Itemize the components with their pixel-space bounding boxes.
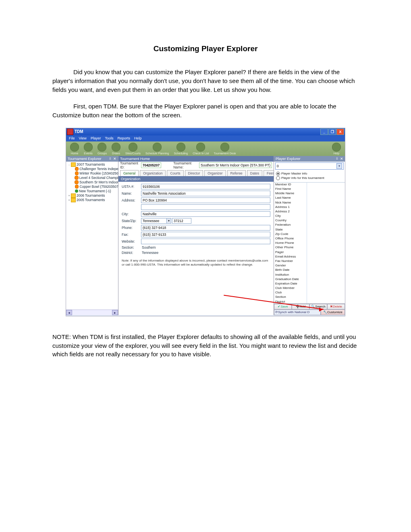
toolbar-groups[interactable]: Groups bbox=[98, 143, 107, 155]
field-row[interactable]: Fax Number bbox=[274, 259, 345, 264]
field-row[interactable]: State bbox=[274, 228, 345, 232]
field-value[interactable] bbox=[307, 273, 345, 277]
field-row[interactable]: Office Phone bbox=[274, 237, 345, 241]
field-value[interactable] bbox=[307, 214, 345, 218]
tree-item[interactable]: Level 4 Sectional Champior bbox=[67, 176, 118, 180]
tab-organizer[interactable]: Organizer bbox=[204, 170, 226, 176]
field-value[interactable] bbox=[307, 268, 345, 272]
field-value[interactable] bbox=[307, 191, 345, 196]
field-value[interactable] bbox=[307, 259, 345, 264]
tree-item[interactable]: Copper Bowl (759203507) bbox=[67, 185, 118, 189]
field-row[interactable]: Last Name bbox=[274, 196, 345, 200]
field-value[interactable] bbox=[307, 255, 345, 259]
field-value[interactable] bbox=[307, 237, 345, 241]
field-value[interactable] bbox=[307, 187, 345, 191]
tree-item[interactable]: Winter Rookie (153402507 bbox=[67, 171, 118, 176]
minimize-button[interactable]: _ bbox=[320, 129, 328, 135]
field-row[interactable]: Address 1 bbox=[274, 205, 345, 210]
field-row[interactable]: Middle Name bbox=[274, 191, 345, 196]
menu-file[interactable]: File bbox=[67, 135, 77, 141]
tab-referee[interactable]: Referee bbox=[227, 170, 246, 176]
field-row[interactable]: Federation bbox=[274, 223, 345, 227]
city-input[interactable]: Nashville bbox=[141, 211, 270, 217]
scroll-right-icon[interactable]: ▶ bbox=[112, 310, 118, 315]
field-row[interactable]: Gender bbox=[274, 264, 345, 268]
toolbar-events[interactable]: Events bbox=[84, 143, 93, 155]
toolbar-sites[interactable]: Sites/Courts bbox=[125, 143, 141, 155]
maximize-button[interactable]: ❐ bbox=[328, 129, 336, 135]
field-value[interactable] bbox=[307, 205, 345, 210]
pin-icon[interactable]: ⇩ bbox=[336, 157, 338, 160]
menu-view[interactable]: View bbox=[77, 135, 89, 141]
toolbar-help[interactable]: Help bbox=[332, 143, 341, 155]
radio-tournament-info[interactable]: Player info for this tournament bbox=[276, 176, 343, 180]
scroll-left-icon[interactable]: ◀ bbox=[66, 310, 72, 315]
field-row[interactable]: Expiration Date bbox=[274, 282, 345, 286]
menu-player[interactable]: Player bbox=[89, 135, 103, 141]
field-value[interactable] bbox=[307, 218, 345, 223]
field-value[interactable] bbox=[307, 210, 345, 214]
tournament-tree[interactable]: -2007 TournamentsChallenger Tennis Indep… bbox=[66, 162, 118, 310]
toolbar-desk[interactable]: Tournament Desk bbox=[214, 143, 236, 155]
tree-item[interactable]: Southern Sr Men's Indoor ( bbox=[67, 180, 118, 185]
tab-organization[interactable]: Organization bbox=[140, 170, 166, 176]
field-row[interactable]: Club Member bbox=[274, 286, 345, 291]
customize-button[interactable]: 🔧 Customize bbox=[321, 310, 345, 315]
tree-item[interactable]: -2007 Tournaments bbox=[67, 162, 118, 167]
field-value[interactable] bbox=[307, 295, 345, 299]
field-value[interactable] bbox=[307, 277, 345, 282]
field-row[interactable]: Email Address bbox=[274, 255, 345, 259]
pin-icon[interactable]: ⇩ bbox=[109, 157, 112, 160]
field-value[interactable] bbox=[307, 241, 345, 245]
field-row[interactable]: Country bbox=[274, 218, 345, 223]
field-value[interactable] bbox=[307, 286, 345, 291]
toolbar-draws[interactable]: Draws bbox=[112, 143, 120, 155]
field-value[interactable] bbox=[307, 245, 345, 250]
tree-item[interactable]: +2006 Tournaments bbox=[67, 193, 118, 198]
field-row[interactable]: District bbox=[274, 300, 345, 303]
name-input[interactable]: Nashville Tennis Association bbox=[141, 191, 270, 196]
usta-input[interactable]: 919360106 bbox=[141, 184, 270, 189]
field-value[interactable] bbox=[307, 291, 345, 295]
close-icon[interactable]: ✕ bbox=[340, 157, 343, 161]
field-value[interactable] bbox=[307, 223, 345, 227]
field-value[interactable] bbox=[307, 228, 345, 232]
field-value[interactable] bbox=[307, 196, 345, 200]
tab-director[interactable]: Director bbox=[185, 170, 203, 176]
toolbar-home[interactable]: Home bbox=[70, 143, 79, 155]
player-select[interactable]: 0 ▼ bbox=[275, 162, 344, 170]
field-row[interactable]: First Name bbox=[274, 187, 345, 191]
delete-button[interactable]: ✖ Delete bbox=[327, 304, 345, 310]
scrollbar[interactable]: ◀ ▶ bbox=[66, 310, 118, 315]
field-row[interactable]: Institution bbox=[274, 273, 345, 277]
field-value[interactable] bbox=[307, 264, 345, 268]
tree-item[interactable]: New Tournament (-1) bbox=[67, 189, 118, 193]
toolbar-scheduling[interactable]: Scheduling bbox=[174, 143, 188, 155]
phone-input[interactable]: (615) 327-9418 bbox=[141, 225, 270, 231]
menu-reports[interactable]: Reports bbox=[115, 135, 132, 141]
field-row[interactable]: Address 2 bbox=[274, 210, 345, 214]
chevron-down-icon[interactable]: ▼ bbox=[336, 163, 342, 169]
field-row[interactable]: Member ID bbox=[274, 183, 345, 187]
zip-input[interactable]: 37212 bbox=[172, 218, 191, 224]
state-select[interactable]: Tennessee bbox=[141, 218, 167, 224]
field-row[interactable]: Birth Date bbox=[274, 268, 345, 272]
tree-item[interactable]: +2005 Tournaments bbox=[67, 198, 118, 202]
toolbar-schedule-planning[interactable]: Schedule Planning bbox=[145, 143, 169, 155]
field-row[interactable]: Zip Code bbox=[274, 232, 345, 237]
radio-master-info[interactable]: Player Master info bbox=[276, 172, 343, 176]
field-row[interactable]: Graduation Date bbox=[274, 277, 345, 282]
menu-help[interactable]: Help bbox=[132, 135, 144, 141]
field-row[interactable]: Section bbox=[274, 295, 345, 299]
field-row[interactable]: Other Phone bbox=[274, 245, 345, 250]
field-value[interactable] bbox=[307, 250, 345, 255]
close-button[interactable]: X bbox=[336, 129, 344, 135]
field-row[interactable]: Pager bbox=[274, 250, 345, 255]
close-icon[interactable]: ✕ bbox=[113, 157, 116, 161]
web-input[interactable] bbox=[141, 239, 270, 244]
field-value[interactable] bbox=[307, 300, 345, 303]
addr2-input[interactable] bbox=[141, 204, 270, 210]
tab-dates[interactable]: Dates bbox=[247, 170, 262, 176]
field-value[interactable] bbox=[307, 183, 345, 187]
fax-input[interactable]: (615) 327-9133 bbox=[141, 232, 270, 237]
